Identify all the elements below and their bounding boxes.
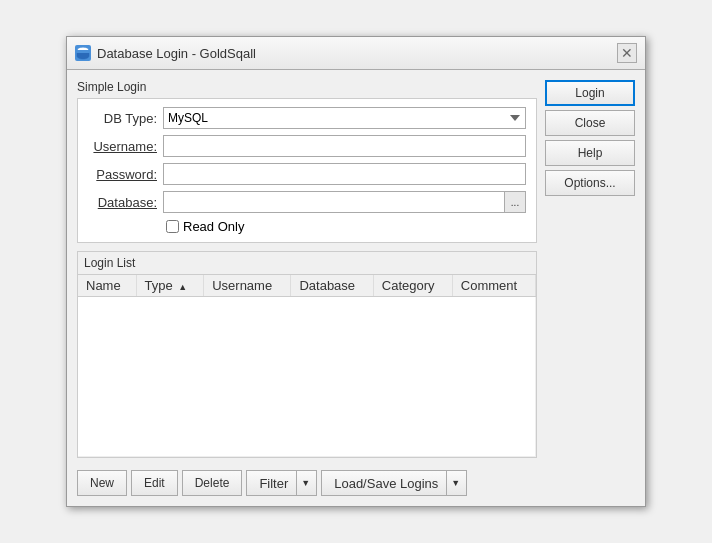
main-window: Database Login - GoldSqall ✕ Simple Logi… — [66, 36, 646, 507]
read-only-row: Read Only — [166, 219, 526, 234]
read-only-checkbox[interactable] — [166, 220, 179, 233]
database-browse-button[interactable]: ... — [504, 191, 526, 213]
filter-label: Filter — [259, 476, 288, 491]
help-button[interactable]: Help — [545, 140, 635, 166]
col-username[interactable]: Username — [204, 275, 291, 297]
window-title: Database Login - GoldSqall — [97, 46, 256, 61]
options-button[interactable]: Options... — [545, 170, 635, 196]
password-input[interactable] — [163, 163, 526, 185]
col-type[interactable]: Type ▲ — [136, 275, 204, 297]
database-input[interactable] — [163, 191, 504, 213]
login-list-section: Login List Name Type ▲ Username Database… — [77, 251, 537, 458]
title-bar: Database Login - GoldSqall ✕ — [67, 37, 645, 70]
edit-button[interactable]: Edit — [131, 470, 178, 496]
col-name[interactable]: Name — [78, 275, 136, 297]
load-save-label: Load/Save Logins — [334, 476, 438, 491]
app-icon — [75, 45, 91, 61]
load-save-button[interactable]: Load/Save Logins ▼ — [321, 470, 467, 496]
simple-login-section: Simple Login DB Type: MySQL PostgreSQL S… — [77, 80, 537, 243]
simple-login-label: Simple Login — [77, 80, 537, 94]
filter-button[interactable]: Filter ▼ — [246, 470, 317, 496]
password-row: Password: — [88, 163, 526, 185]
login-list-table: Name Type ▲ Username Database Category C… — [78, 275, 536, 457]
col-database[interactable]: Database — [291, 275, 373, 297]
filter-dropdown-arrow[interactable]: ▼ — [296, 471, 310, 495]
login-button[interactable]: Login — [545, 80, 635, 106]
close-dialog-button[interactable]: Close — [545, 110, 635, 136]
username-input[interactable] — [163, 135, 526, 157]
window-body: Simple Login DB Type: MySQL PostgreSQL S… — [67, 70, 645, 506]
login-list-label: Login List — [78, 252, 536, 275]
load-save-dropdown-arrow[interactable]: ▼ — [446, 471, 460, 495]
col-category[interactable]: Category — [373, 275, 452, 297]
simple-login-form: DB Type: MySQL PostgreSQL SQLite MSSQL O… — [77, 98, 537, 243]
close-button[interactable]: ✕ — [617, 43, 637, 63]
sort-asc-icon: ▲ — [178, 282, 187, 292]
database-input-wrap: ... — [163, 191, 526, 213]
delete-button[interactable]: Delete — [182, 470, 243, 496]
database-row: Database: ... — [88, 191, 526, 213]
username-label: Username: — [88, 139, 163, 154]
database-label: Database: — [88, 195, 163, 210]
new-button[interactable]: New — [77, 470, 127, 496]
login-list-table-wrap[interactable]: Name Type ▲ Username Database Category C… — [78, 275, 536, 457]
username-row: Username: — [88, 135, 526, 157]
password-label: Password: — [88, 167, 163, 182]
bottom-toolbar: New Edit Delete Filter ▼ Load/Save Login… — [77, 466, 537, 496]
table-header-row: Name Type ▲ Username Database Category C… — [78, 275, 536, 297]
db-type-row: DB Type: MySQL PostgreSQL SQLite MSSQL O… — [88, 107, 526, 129]
sidebar: Login Close Help Options... — [545, 80, 635, 496]
read-only-label[interactable]: Read Only — [183, 219, 244, 234]
db-type-select[interactable]: MySQL PostgreSQL SQLite MSSQL Oracle — [163, 107, 526, 129]
db-type-label: DB Type: — [88, 111, 163, 126]
empty-table-area — [78, 297, 536, 457]
col-comment[interactable]: Comment — [452, 275, 535, 297]
main-area: Simple Login DB Type: MySQL PostgreSQL S… — [77, 80, 537, 496]
